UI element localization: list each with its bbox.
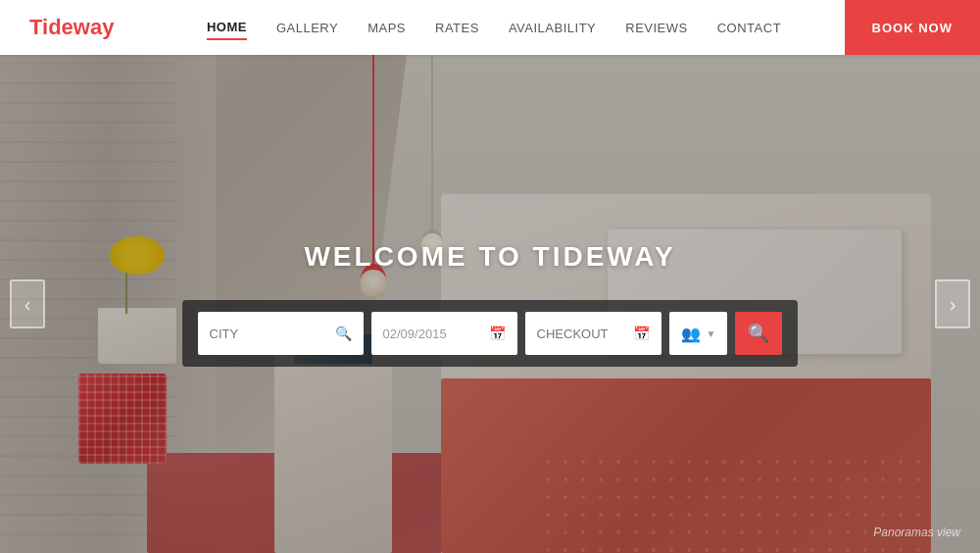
calendar-checkout-icon: 📅 [633, 326, 650, 341]
search-icon: 🔍 [335, 326, 352, 341]
search-button[interactable]: 🔍 [735, 312, 782, 355]
nav-gallery[interactable]: GALLERY [276, 17, 338, 39]
nav-maps[interactable]: MAPS [368, 17, 406, 39]
hero-section: WELCOME TO TIDEWAY 🔍 📅 📅 👥 ▼ [0, 55, 980, 553]
search-bar: 🔍 📅 📅 👥 ▼ 🔍 [182, 300, 799, 367]
nav-home[interactable]: HOME [207, 16, 247, 40]
nav-rates[interactable]: RATES [435, 17, 479, 39]
logo: Tideway [0, 15, 143, 40]
city-field[interactable]: 🔍 [198, 312, 364, 355]
city-input[interactable] [210, 327, 327, 341]
panoramas-label: Panoramas view [873, 526, 960, 539]
checkout-field[interactable]: 📅 [525, 312, 662, 355]
hero-content: WELCOME TO TIDEWAY 🔍 📅 📅 👥 ▼ [182, 241, 799, 367]
carousel-prev-button[interactable]: ‹ [10, 279, 45, 328]
header: Tideway HOME GALLERY MAPS RATES AVAILABI… [0, 0, 980, 55]
chevron-down-icon: ▼ [707, 328, 716, 339]
checkin-field[interactable]: 📅 [371, 312, 517, 355]
checkin-input[interactable] [383, 327, 481, 341]
calendar-icon: 📅 [489, 326, 506, 341]
main-nav: HOME GALLERY MAPS RATES AVAILABILITY REV… [143, 16, 844, 40]
nav-contact[interactable]: CONTACT [717, 17, 781, 39]
checkout-input[interactable] [537, 327, 625, 341]
guests-icon: 👥 [681, 325, 701, 343]
book-now-button[interactable]: BOOK NOW [845, 0, 980, 55]
nav-reviews[interactable]: REVIEWS [625, 17, 687, 39]
hero-title: WELCOME TO TIDEWAY [304, 241, 675, 273]
search-magnifier-icon: 🔍 [748, 323, 769, 344]
guests-field[interactable]: 👥 ▼ [669, 312, 728, 355]
nav-availability[interactable]: AVAILABILITY [509, 17, 596, 39]
carousel-next-button[interactable]: › [935, 279, 970, 328]
